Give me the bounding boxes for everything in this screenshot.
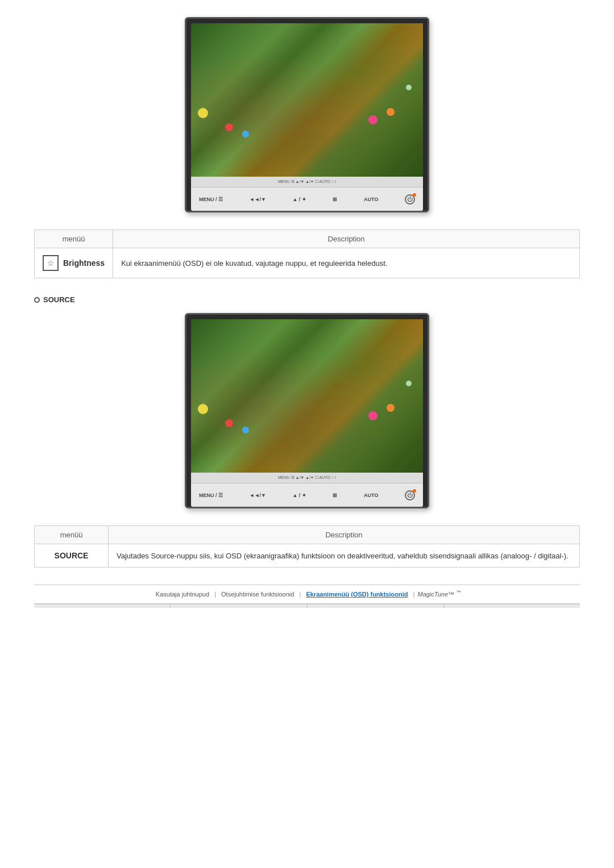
table2-row1-menu: SOURCE [35,544,109,567]
monitor1-bottom-bar: MENU / ☰ ◄◄/▼ ▲ / ✦ ⊞ AUTO ⏻ [191,187,423,211]
table1-col2-header: Description [113,230,580,248]
source-circle-icon [34,297,40,303]
monitor1-power-led [413,193,416,197]
monitor2-power-btn[interactable]: ⏻ [405,490,415,500]
monitor1-status-text: MENU ☰ ▲/▼ ▲/✦ ☐ AUTO ○ ! [278,180,336,184]
table2-row1-desc: Vajutades Source-nuppu siis, kui OSD (ek… [109,544,580,567]
monitor2-bottom-bar: MENU / ☰ ◄◄/▼ ▲ / ✦ ⊞ AUTO ⏻ [191,483,423,507]
monitor2: MENU ☰ ▲/▼ ▲/✦ ☐ AUTO ○ ! MENU / ☰ ◄◄/▼ … [185,313,429,508]
footer-link-3[interactable]: Ekraanimenüü (OSD) funktsioonid [306,591,408,598]
footer-sep-3: | [413,591,415,598]
monitor2-brightness-btn[interactable]: ▲ / ✦ [292,493,306,498]
table2-col2-header: Description [109,526,580,544]
bottom-tab-4[interactable] [444,604,580,608]
table2-row1: SOURCE Vajutades Source-nuppu siis, kui … [35,544,580,567]
monitor2-auto-btn[interactable]: AUTO [364,493,378,498]
source-label-text: SOURCE [43,295,75,304]
table1-row1-menu: ☆ Brightness [35,248,113,278]
brightness-table: menüü Description ☆ Brightness Kui ekraa… [34,229,580,278]
monitor1-power-btn[interactable]: ⏻ [405,194,415,205]
bottom-tab-3[interactable] [308,604,444,608]
footer-link-1[interactable]: Kasutaja juhtnupud [156,591,209,598]
footer-nav: Kasutaja juhtnupud | Otsejuhtimise funkt… [34,585,580,598]
table2-col1-header: menüü [35,526,109,544]
monitor1-container: MENU ☰ ▲/▼ ▲/✦ ☐ AUTO ○ ! MENU / ☰ ◄◄/▼ … [34,17,580,212]
table1-row1-desc: Kui ekraanimenüü (OSD) ei ole kuvatud, v… [113,248,580,278]
monitor1-top-bar: MENU ☰ ▲/▼ ▲/✦ ☐ AUTO ○ ! [191,177,423,187]
bottom-tab-1[interactable] [34,604,171,608]
monitor1-nav-btn[interactable]: ◄◄/▼ [250,197,266,202]
monitor2-container: MENU ☰ ▲/▼ ▲/✦ ☐ AUTO ○ ! MENU / ☰ ◄◄/▼ … [34,313,580,508]
monitor1-auto-btn[interactable]: AUTO [364,197,378,202]
monitor1-brightness-btn[interactable]: ▲ / ✦ [292,197,306,202]
source-section: SOURCE MENU ☰ ▲/▼ ▲/✦ ☐ AUTO ○ ! [34,295,580,508]
source-header: SOURCE [34,295,580,304]
monitor2-status-text: MENU ☰ ▲/▼ ▲/✦ ☐ AUTO ○ ! [278,475,336,480]
footer-sep-1: | [214,591,216,598]
footer-sep-2: | [299,591,301,598]
table1-col1-header: menüü [35,230,113,248]
source-table: menüü Description SOURCE Vajutades Sourc… [34,525,580,567]
brightness-icon: ☆ [43,255,59,271]
table1-row1: ☆ Brightness Kui ekraanimenüü (OSD) ei o… [35,248,580,278]
monitor2-top-bar: MENU ☰ ▲/▼ ▲/✦ ☐ AUTO ○ ! [191,473,423,483]
bottom-tabs [34,603,580,608]
monitor2-menu-btn[interactable]: MENU / ☰ [199,493,223,498]
monitor2-screen [191,319,423,473]
monitor2-input-btn[interactable]: ⊞ [333,493,337,498]
source-menu-label: SOURCE [55,551,89,560]
monitor1-input-btn[interactable]: ⊞ [333,197,337,202]
brightness-label: Brightness [63,258,105,268]
bottom-tab-2[interactable] [171,604,307,608]
page-wrapper: MENU ☰ ▲/▼ ▲/✦ ☐ AUTO ○ ! MENU / ☰ ◄◄/▼ … [0,0,614,619]
monitor2-nav-btn[interactable]: ◄◄/▼ [250,493,266,498]
footer-link-4[interactable]: MagicTune™ [417,591,454,598]
footer-link-2[interactable]: Otsejuhtimise funktsioonid [221,591,294,598]
monitor1: MENU ☰ ▲/▼ ▲/✦ ☐ AUTO ○ ! MENU / ☰ ◄◄/▼ … [185,17,429,212]
monitor1-menu-btn[interactable]: MENU / ☰ [199,197,223,202]
monitor2-power-led [413,489,416,493]
monitor1-screen [191,23,423,177]
brightness-menu-cell: ☆ Brightness [43,255,105,271]
